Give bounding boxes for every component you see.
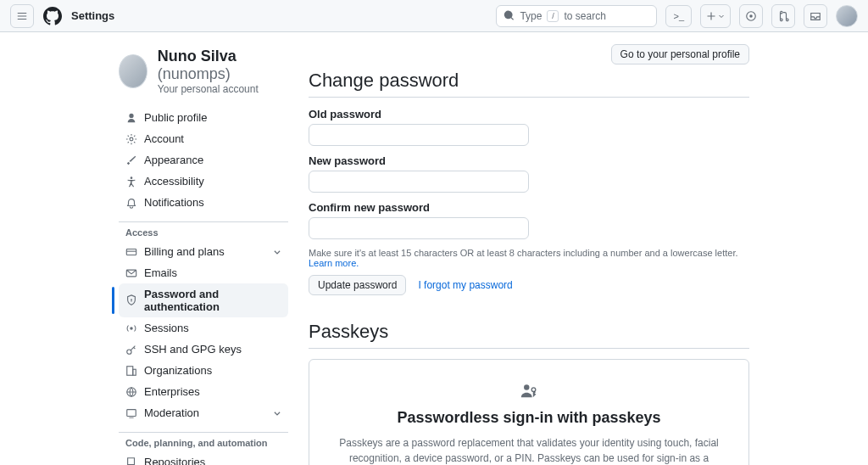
confirm-password-input[interactable] <box>309 217 529 239</box>
nav-password-auth[interactable]: Password and authentication <box>119 283 288 317</box>
chevron-down-icon <box>718 13 725 20</box>
password-help-text: Make sure it's at least 15 characters OR… <box>309 248 749 268</box>
change-password-title: Change password <box>309 70 749 98</box>
top-bar: Settings Type / to search >_ <box>0 0 868 32</box>
svg-rect-4 <box>126 249 136 255</box>
search-icon <box>504 10 515 21</box>
repo-icon <box>125 457 137 466</box>
nav-moderation[interactable]: Moderation <box>119 402 288 423</box>
key-icon <box>125 344 137 356</box>
page-breadcrumb: Settings <box>71 9 114 22</box>
command-palette-button[interactable]: >_ <box>665 5 692 27</box>
create-new-button[interactable] <box>700 4 731 28</box>
search-input[interactable]: Type / to search <box>496 5 657 27</box>
confirm-password-label: Confirm new password <box>309 201 749 214</box>
forgot-password-link[interactable]: I forgot my password <box>418 279 512 291</box>
learn-more-link[interactable]: Learn more. <box>309 258 359 268</box>
old-password-input[interactable] <box>309 124 529 146</box>
search-placeholder-prefix: Type <box>520 10 542 22</box>
nav-heading-access: Access <box>119 221 288 241</box>
profile-name: Nuno Silva (nunomps) <box>158 48 288 83</box>
search-placeholder-suffix: to search <box>564 10 605 22</box>
person-icon <box>125 112 137 124</box>
shield-lock-icon <box>125 294 137 306</box>
nav-sessions[interactable]: Sessions <box>119 317 288 339</box>
report-icon <box>125 407 137 419</box>
nav-notifications[interactable]: Notifications <box>119 192 288 213</box>
nav-billing[interactable]: Billing and plans <box>119 241 288 262</box>
credit-card-icon <box>125 246 137 258</box>
nav-public-profile[interactable]: Public profile <box>119 107 288 128</box>
go-to-profile-button[interactable]: Go to your personal profile <box>611 44 749 64</box>
profile-avatar-icon <box>119 54 147 88</box>
passkeys-card: Passwordless sign-in with passkeys Passk… <box>309 359 749 465</box>
svg-rect-10 <box>133 369 136 375</box>
svg-point-3 <box>131 176 133 179</box>
old-password-label: Old password <box>309 108 749 120</box>
passkeys-box-title: Passwordless sign-in with passkeys <box>335 409 723 427</box>
nav-repositories[interactable]: Repositories <box>119 451 288 465</box>
svg-rect-9 <box>127 366 133 375</box>
organization-icon <box>125 365 137 377</box>
update-password-button[interactable]: Update password <box>309 275 406 295</box>
mail-icon <box>125 267 137 279</box>
issues-button[interactable] <box>739 4 763 28</box>
nav-organizations[interactable]: Organizations <box>119 360 288 381</box>
pull-requests-button[interactable] <box>771 4 795 28</box>
passkey-icon <box>335 382 723 401</box>
svg-point-2 <box>130 137 133 141</box>
svg-point-1 <box>749 14 753 18</box>
nav-appearance[interactable]: Appearance <box>119 149 288 171</box>
inbox-button[interactable] <box>804 4 827 28</box>
svg-point-7 <box>130 327 133 330</box>
paintbrush-icon <box>125 154 137 166</box>
accessibility-icon <box>125 176 137 188</box>
globe-icon <box>125 386 137 398</box>
passkeys-description: Passkeys are a password replacement that… <box>335 435 723 465</box>
nav-account[interactable]: Account <box>119 128 288 149</box>
chevron-down-icon <box>273 409 281 417</box>
broadcast-icon <box>125 322 137 334</box>
chevron-down-icon <box>273 248 281 256</box>
new-password-input[interactable] <box>309 171 529 193</box>
profile-subtitle: Your personal account <box>158 83 288 95</box>
svg-point-18 <box>524 384 529 389</box>
svg-point-6 <box>131 299 132 300</box>
nav-enterprises[interactable]: Enterprises <box>119 381 288 402</box>
svg-point-19 <box>531 388 536 392</box>
gear-icon <box>125 133 137 145</box>
slash-key-icon: / <box>547 10 559 22</box>
nav-emails[interactable]: Emails <box>119 262 288 283</box>
new-password-label: New password <box>309 154 749 167</box>
user-avatar-button[interactable] <box>836 5 858 27</box>
passkeys-title: Passkeys <box>309 321 749 349</box>
nav-heading-code: Code, planning, and automation <box>119 432 288 451</box>
menu-button[interactable] <box>10 4 34 28</box>
plus-icon <box>706 11 716 21</box>
profile-header: Nuno Silva (nunomps) Your personal accou… <box>119 48 288 95</box>
nav-ssh-keys[interactable]: SSH and GPG keys <box>119 339 288 360</box>
svg-rect-12 <box>127 409 136 416</box>
bell-icon <box>125 197 137 209</box>
nav-accessibility[interactable]: Accessibility <box>119 171 288 192</box>
github-logo-icon[interactable] <box>42 6 63 26</box>
